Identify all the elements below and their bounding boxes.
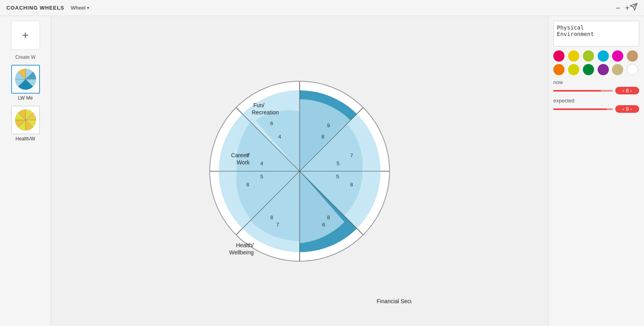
label-career1: Career/ <box>231 152 250 158</box>
expected-label: expected <box>553 98 639 104</box>
create-wheel-button[interactable]: + <box>11 21 40 50</box>
number-5-hw: 5 <box>260 174 263 180</box>
lw-me-label: LW Me <box>18 95 33 101</box>
label-fun1: Fun/ <box>253 102 264 108</box>
color-yellow[interactable] <box>568 50 579 62</box>
expected-decrement[interactable]: ‹ <box>622 106 624 112</box>
now-badge: ‹ 8 › <box>615 87 639 94</box>
number-8-pe: 8 <box>321 134 324 140</box>
color-palette <box>553 50 639 75</box>
label-health1: Health/ <box>236 242 254 248</box>
expected-slider-row: expected ‹ 9 › <box>553 98 639 113</box>
color-cyan[interactable] <box>598 50 609 62</box>
color-white[interactable] <box>627 64 638 75</box>
number-5-rr: 5 <box>336 174 339 180</box>
send-button[interactable] <box>630 3 638 13</box>
health-thumbnail <box>11 106 40 134</box>
sliders: now ‹ 8 › expected <box>553 79 639 113</box>
now-label: now <box>553 79 639 85</box>
color-orange[interactable] <box>553 64 564 75</box>
now-decrement[interactable]: ‹ <box>622 88 624 94</box>
zoom-in-button[interactable]: + <box>625 4 630 12</box>
health-label: Health/W <box>16 136 35 142</box>
label-health2: Wellbeing <box>229 249 254 256</box>
create-label: Create W <box>15 54 36 60</box>
label-career2: Work <box>237 159 250 166</box>
color-khaki[interactable] <box>612 64 623 75</box>
expected-increment[interactable]: › <box>630 106 632 112</box>
number-7-fs: 7 <box>276 222 279 228</box>
sidebar-item-health[interactable]: Health/W <box>9 106 42 142</box>
number-8-fs: 8 <box>270 214 273 220</box>
number-9-pe: 9 <box>327 122 330 128</box>
wheel-canvas: 9 8 7 5 8 5 8 6 8 7 8 5 <box>51 16 548 326</box>
plus-icon: + <box>22 30 28 41</box>
expected-badge: ‹ 9 › <box>615 105 639 113</box>
color-green[interactable] <box>583 64 594 75</box>
number-5-pg: 5 <box>336 160 339 166</box>
expected-value: 9 <box>626 106 628 112</box>
segment-name-input[interactable]: Physical Environment <box>553 21 639 46</box>
color-magenta[interactable] <box>612 50 623 62</box>
wheel-visualization[interactable]: 9 8 7 5 8 5 8 6 8 7 8 5 <box>188 39 411 303</box>
number-8-ff: 8 <box>327 214 330 220</box>
number-7-pg: 7 <box>350 152 353 158</box>
wheel-menu[interactable]: Wheel ▾ <box>71 5 89 11</box>
expected-slider-control: ‹ 9 › <box>553 105 639 113</box>
number-4-fr: 4 <box>278 134 281 140</box>
now-track[interactable] <box>553 90 613 92</box>
color-lime[interactable] <box>583 50 594 62</box>
now-increment[interactable]: › <box>630 88 632 94</box>
color-tan[interactable] <box>627 50 638 62</box>
label-fun2: Recreation <box>252 109 279 116</box>
number-6-ff: 6 <box>322 222 325 228</box>
app-title: COACHING WHEELS <box>6 5 64 11</box>
color-purple[interactable] <box>598 64 609 75</box>
number-4-cw: 4 <box>260 160 263 166</box>
lw-me-thumbnail <box>11 65 40 94</box>
sidebar-item-lw-me[interactable]: LW Me <box>9 65 42 101</box>
now-slider-row: now ‹ 8 › <box>553 79 639 94</box>
number-8-rr: 8 <box>350 182 353 188</box>
number-8-hw: 8 <box>246 182 249 188</box>
number-6-fr: 6 <box>270 120 273 126</box>
right-panel: Physical Environment now <box>548 16 644 326</box>
zoom-out-button[interactable]: − <box>616 4 620 12</box>
sidebar: + Create W <box>0 16 51 326</box>
label-financial1: Financial Security/ <box>377 298 411 303</box>
now-value: 8 <box>626 88 628 94</box>
expected-track[interactable] <box>553 108 613 110</box>
now-slider-control: ‹ 8 › <box>553 87 639 94</box>
color-yellow-green[interactable] <box>568 64 579 75</box>
color-hot-pink[interactable] <box>553 50 564 62</box>
